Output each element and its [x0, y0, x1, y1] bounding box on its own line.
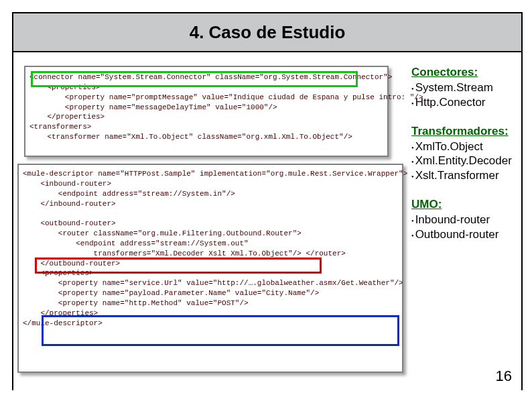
list-item: Inbound-router	[411, 213, 517, 227]
list-item: XmlTo.Object	[411, 139, 517, 154]
highlight-blue	[42, 315, 399, 346]
list-item: Xml.Entity.Decoder	[411, 154, 517, 168]
sidebar: Conectores: System.Stream Http.Conector …	[409, 52, 521, 390]
list-transformadores: XmlTo.Object Xml.Entity.Decoder Xslt.Tra…	[411, 139, 517, 183]
heading-umo: UMO:	[411, 198, 517, 211]
slide-number: 16	[489, 363, 519, 389]
slide-body: <connector name="System.Stream.Connector…	[13, 52, 521, 390]
list-umo: Inbound-router Outbound-router	[411, 213, 517, 242]
list-item: System.Stream	[411, 80, 517, 95]
list-item: Http.Conector	[411, 95, 517, 110]
highlight-red	[35, 258, 322, 274]
slide-title: 4. Caso de Estudio	[190, 22, 346, 43]
code-descriptor: <mule-descriptor name="HTTPPost.Sample" …	[19, 165, 402, 333]
list-item: Outbound-router	[411, 227, 517, 242]
slide: 4. Caso de Estudio <connector name="Syst…	[0, 0, 532, 399]
slide-frame: 4. Caso de Estudio <connector name="Syst…	[12, 12, 523, 390]
highlight-green	[31, 71, 358, 87]
heading-conectores: Conectores:	[411, 66, 517, 79]
title-bar: 4. Caso de Estudio	[13, 13, 521, 52]
list-item: Xslt.Transformer	[411, 168, 517, 183]
list-conectores: System.Stream Http.Conector	[411, 80, 517, 110]
heading-transformadores: Transformadores:	[411, 125, 517, 138]
